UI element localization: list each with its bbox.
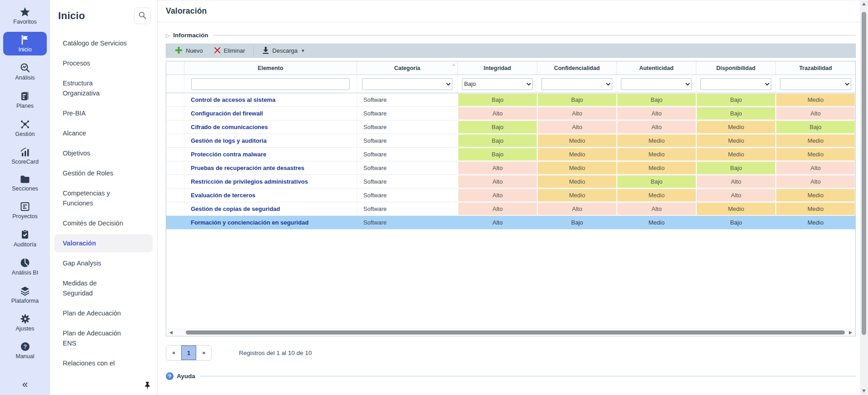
table-row[interactable]: Cifrado de comunicacionesSoftwareBajoAlt… xyxy=(166,120,855,134)
rating-cell: Bajo xyxy=(538,94,616,106)
icon-rail: Favoritos Inicio Análisis Planes Gestión… xyxy=(0,0,50,395)
rating-cell: Medio xyxy=(538,175,616,188)
vertical-scrollbar-thumb[interactable] xyxy=(862,12,866,335)
filter-select-autenticidad[interactable] xyxy=(621,78,692,90)
rail-item-label: Favoritos xyxy=(13,19,36,25)
rail-item-favoritos[interactable]: Favoritos xyxy=(3,4,47,28)
collapse-rail-icon[interactable]: « xyxy=(22,379,28,390)
sidebar-item-valoracion[interactable]: Valoración xyxy=(55,234,153,252)
sidebar-item-medidas-de-seguridad[interactable]: Medidas de Seguridad xyxy=(55,274,153,302)
sidebar-item-plan-de-adecuacion[interactable]: Plan de Adecuación xyxy=(55,304,153,322)
sidebar-item-pre-bia[interactable]: Pre-BIA xyxy=(55,104,153,122)
element-link[interactable]: Evaluación de terceros xyxy=(191,192,255,199)
sidebar-item-plan-de-adecuacion-ens[interactable]: Plan de Adecuación ENS xyxy=(55,324,153,352)
sidebar-item-relaciones-con-el[interactable]: Relaciones con el xyxy=(55,354,153,372)
row-gutter xyxy=(166,175,184,188)
rail-item-ajustes[interactable]: Ajustes xyxy=(3,311,47,335)
scroll-down-arrow-icon[interactable] xyxy=(862,390,866,393)
table-row[interactable]: Gestión de copias de seguridadSoftwareAl… xyxy=(166,202,855,216)
rail-item-plataforma[interactable]: Plataforma xyxy=(3,283,47,307)
element-link[interactable]: Protección contra malware xyxy=(191,151,266,158)
filter-select-categoria[interactable] xyxy=(362,78,452,90)
table-row[interactable]: Pruebas de recuperación ante desastresSo… xyxy=(166,161,855,175)
rail-item-gestion[interactable]: Gestión xyxy=(3,116,47,140)
element-link[interactable]: Pruebas de recuperación ante desastres xyxy=(191,165,304,171)
rating-cell: Medio xyxy=(776,216,855,229)
horizontal-scrollbar-thumb[interactable] xyxy=(186,330,845,335)
sidebar-item-gap-analysis[interactable]: Gap Analysis xyxy=(55,254,153,272)
column-header-trazabilidad[interactable]: Trazabilidad xyxy=(776,61,855,75)
svg-text:?: ? xyxy=(23,344,26,350)
rail-item-analisis[interactable]: Análisis xyxy=(3,60,47,84)
filter-select-integridad[interactable]: Bajo xyxy=(462,78,533,90)
pager-page-1-button[interactable]: 1 xyxy=(181,345,196,360)
sidebar-item-procesos[interactable]: Procesos xyxy=(55,54,153,72)
rail-item-scorecard[interactable]: ScoreCard xyxy=(3,144,47,168)
table-row[interactable]: Gestión de logs y auditoríaSoftwareBajoM… xyxy=(166,134,855,148)
help-section-header[interactable]: ? Ayuda xyxy=(166,372,856,380)
column-header-confidencialidad[interactable]: Confidencialidad xyxy=(537,61,617,75)
rail-item-analisis-bi[interactable]: Análisis BI xyxy=(3,255,47,279)
informacion-section-header[interactable]: ▷ Información xyxy=(166,32,856,39)
new-button[interactable]: Nuevo xyxy=(171,44,207,57)
sidebar-nav: Catálogo de Servicios Procesos Estructur… xyxy=(50,24,157,374)
pager-prev-button[interactable]: « xyxy=(166,345,181,360)
pin-sidebar-icon[interactable] xyxy=(144,381,151,392)
sidebar-search-button[interactable] xyxy=(134,7,151,24)
scroll-left-arrow-icon[interactable] xyxy=(169,331,173,335)
sidebar-item-gestion-de-roles[interactable]: Gestión de Roles xyxy=(55,164,153,182)
filter-select-trazabilidad[interactable] xyxy=(780,78,852,90)
rail-item-manual[interactable]: ? Manual xyxy=(3,339,47,362)
element-link[interactable]: Control de accesos al sistema xyxy=(191,96,275,103)
table-row[interactable]: Protección contra malwareSoftwareBajoMed… xyxy=(166,148,855,161)
section-expand-icon[interactable]: ▷ xyxy=(166,32,170,39)
element-link[interactable]: Restricción de privilegios administrativ… xyxy=(191,178,308,185)
rating-cell: Medio xyxy=(617,189,696,201)
column-header-elemento[interactable]: Elemento xyxy=(184,61,357,75)
sidebar-item-comites-de-decision[interactable]: Comités de Decisión xyxy=(55,214,153,232)
sidebar-item-objetivos[interactable]: Objetivos xyxy=(55,144,153,162)
element-link[interactable]: Cifrado de comunicaciones xyxy=(191,124,268,130)
rail-item-secciones[interactable]: Secciones xyxy=(3,172,47,195)
download-button[interactable]: Descarga ▾ xyxy=(258,44,308,57)
table-row[interactable]: Formación y concienciación en seguridadS… xyxy=(166,216,855,230)
rail-item-auditoria[interactable]: Auditoría xyxy=(3,226,47,250)
filter-select-disponibilidad[interactable] xyxy=(700,78,772,90)
sidebar-item-alcance[interactable]: Alcance xyxy=(55,124,153,142)
table-row[interactable]: Evaluación de tercerosSoftwareAltoMedioM… xyxy=(166,189,855,202)
page-title: Valoración xyxy=(166,6,856,16)
module-sidebar: Inicio Catálogo de Servicios Procesos Es… xyxy=(50,0,158,395)
element-link[interactable]: Gestión de logs y auditoría xyxy=(191,137,267,144)
column-header-integridad[interactable]: Integridad xyxy=(458,61,537,75)
sidebar-item-estructura-organizativa[interactable]: Estructura Organizativa xyxy=(55,74,153,102)
scroll-right-arrow-icon[interactable] xyxy=(849,331,852,335)
column-header-categoria[interactable]: Categoría▲ xyxy=(357,61,458,75)
table-row[interactable]: Configuración del firewallSoftwareAltoAl… xyxy=(166,107,855,120)
help-label: Ayuda xyxy=(177,373,195,380)
sidebar-item-catalogo-de-servicios[interactable]: Catálogo de Servicios xyxy=(55,34,153,52)
rail-item-planes[interactable]: Planes xyxy=(3,88,47,112)
element-link[interactable]: Configuración del firewall xyxy=(191,110,263,117)
column-header-autenticidad[interactable]: Autenticidad xyxy=(617,61,696,75)
pager-next-button[interactable]: » xyxy=(196,345,211,360)
scroll-up-arrow-icon[interactable] xyxy=(862,2,866,5)
rail-item-proyectos[interactable]: Proyectos xyxy=(3,199,47,222)
rail-item-inicio[interactable]: Inicio xyxy=(3,32,47,55)
element-link[interactable]: Gestión de copias de seguridad xyxy=(191,205,280,212)
filter-input-elemento[interactable] xyxy=(191,78,350,90)
section-rule xyxy=(213,35,856,35)
row-category: Software xyxy=(357,120,458,134)
table-row[interactable]: Control de accesos al sistemaSoftwareBaj… xyxy=(166,93,855,107)
filter-select-confidencialidad[interactable] xyxy=(541,78,613,90)
table-row[interactable]: Restricción de privilegios administrativ… xyxy=(166,175,855,189)
table-body: Control de accesos al sistemaSoftwareBaj… xyxy=(166,93,855,336)
column-header-disponibilidad[interactable]: Disponibilidad xyxy=(696,61,776,75)
sidebar-item-competencias-y-funciones[interactable]: Competencias y Funciones xyxy=(55,184,153,212)
delete-button[interactable]: Eliminar xyxy=(210,44,249,57)
rail-item-label: Ajustes xyxy=(16,325,35,332)
rating-cell: Medio xyxy=(617,216,696,229)
main-content: Valoración ▷ Información Nuevo Eliminar … xyxy=(158,0,860,395)
rating-cell: Medio xyxy=(697,121,775,133)
element-link[interactable]: Formación y concienciación en seguridad xyxy=(191,219,308,226)
rail-item-label: Inicio xyxy=(18,46,31,53)
